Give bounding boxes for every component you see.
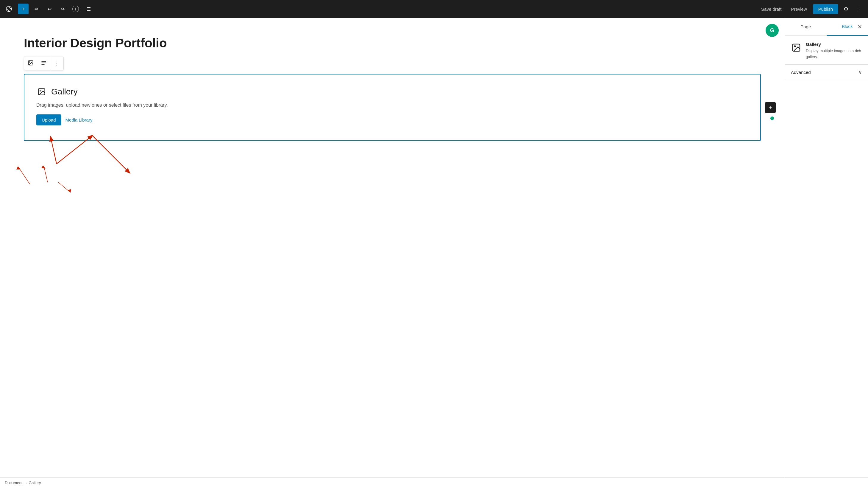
advanced-header[interactable]: Advanced ∨ bbox=[785, 65, 868, 80]
advanced-label: Advanced bbox=[791, 70, 811, 75]
svg-marker-9 bbox=[17, 166, 21, 170]
svg-marker-13 bbox=[68, 189, 71, 193]
close-icon: ✕ bbox=[858, 24, 862, 30]
svg-point-7 bbox=[40, 90, 41, 91]
edit-button[interactable]: ✏ bbox=[31, 4, 42, 14]
undo-button[interactable]: ↩ bbox=[44, 4, 55, 14]
settings-button[interactable]: ⚙ bbox=[841, 4, 851, 14]
block-toolbar: ⋮ bbox=[24, 57, 64, 70]
green-dot-indicator bbox=[770, 116, 774, 120]
ellipsis-icon: ⋮ bbox=[857, 6, 862, 12]
svg-line-16 bbox=[92, 136, 129, 173]
svg-line-10 bbox=[44, 167, 48, 182]
gallery-block-title: Gallery bbox=[51, 87, 78, 96]
avatar: G bbox=[766, 24, 779, 37]
block-info-panel: Gallery Display multiple images in a ric… bbox=[785, 36, 868, 65]
toolbar-right: Save draft Preview Publish ⚙ ⋮ bbox=[757, 4, 864, 14]
add-block-editor-button[interactable]: ＋ bbox=[765, 102, 776, 113]
info-icon: i bbox=[72, 6, 79, 12]
media-library-button[interactable]: Media Library bbox=[65, 117, 93, 122]
change-block-type-button[interactable] bbox=[24, 57, 37, 70]
page-title: Interior Design Portfolio bbox=[24, 36, 761, 51]
status-document: Document bbox=[5, 481, 22, 485]
image-icon bbox=[28, 60, 34, 67]
block-info-text: Gallery Display multiple images in a ric… bbox=[806, 42, 862, 60]
gear-icon: ⚙ bbox=[844, 6, 848, 12]
status-gallery: Gallery bbox=[29, 481, 41, 485]
svg-point-2 bbox=[29, 62, 30, 63]
three-dots-icon: ⋮ bbox=[55, 61, 59, 66]
advanced-section: Advanced ∨ bbox=[785, 65, 868, 80]
align-icon bbox=[41, 60, 47, 67]
plus-icon: ＋ bbox=[21, 6, 26, 12]
svg-line-8 bbox=[19, 168, 30, 184]
undo-icon: ↩ bbox=[48, 6, 52, 12]
gallery-block: Gallery Drag images, upload new ones or … bbox=[24, 74, 761, 141]
tab-page[interactable]: Page bbox=[785, 18, 827, 36]
list-view-button[interactable]: ☰ bbox=[83, 4, 94, 14]
save-draft-button[interactable]: Save draft bbox=[757, 4, 785, 14]
top-toolbar: ＋ ✏ ↩ ↪ i ☰ Save draft Preview Publish ⚙… bbox=[0, 0, 868, 18]
block-description: Display multiple images in a rich galler… bbox=[806, 48, 862, 60]
redo-icon: ↪ bbox=[61, 6, 65, 12]
publish-button[interactable]: Publish bbox=[813, 4, 838, 14]
block-info-icon bbox=[791, 42, 802, 53]
gallery-actions: Upload Media Library bbox=[36, 114, 748, 125]
upload-button[interactable]: Upload bbox=[36, 114, 61, 125]
close-sidebar-button[interactable]: ✕ bbox=[855, 22, 864, 32]
align-button[interactable] bbox=[37, 57, 50, 70]
block-name: Gallery bbox=[806, 42, 862, 47]
svg-line-14 bbox=[51, 137, 57, 164]
status-arrow: → bbox=[24, 481, 27, 485]
chevron-down-icon: ∨ bbox=[859, 69, 862, 75]
gallery-header: Gallery bbox=[36, 86, 748, 97]
editor-area: G Interior Design Portfolio bbox=[0, 18, 785, 477]
add-block-button[interactable]: ＋ bbox=[18, 4, 29, 14]
sidebar: Page Block ✕ Gallery Display multiple im… bbox=[785, 18, 868, 477]
svg-point-18 bbox=[794, 46, 795, 47]
svg-line-12 bbox=[58, 182, 69, 191]
gallery-description: Drag images, upload new ones or select f… bbox=[36, 103, 748, 108]
more-options-button[interactable]: ⋮ bbox=[854, 4, 864, 14]
svg-marker-11 bbox=[41, 165, 45, 169]
status-bar: Document → Gallery bbox=[0, 477, 868, 488]
main-layout: G Interior Design Portfolio bbox=[0, 18, 868, 477]
gallery-icon bbox=[36, 86, 47, 97]
more-block-options-button[interactable]: ⋮ bbox=[50, 57, 63, 70]
sidebar-tabs: Page Block ✕ bbox=[785, 18, 868, 36]
pencil-icon: ✏ bbox=[34, 6, 38, 12]
list-icon: ☰ bbox=[87, 6, 91, 12]
wordpress-logo bbox=[4, 4, 14, 14]
info-button[interactable]: i bbox=[70, 4, 81, 14]
preview-button[interactable]: Preview bbox=[787, 4, 810, 14]
plus-icon: ＋ bbox=[767, 104, 773, 111]
redo-button[interactable]: ↪ bbox=[57, 4, 68, 14]
